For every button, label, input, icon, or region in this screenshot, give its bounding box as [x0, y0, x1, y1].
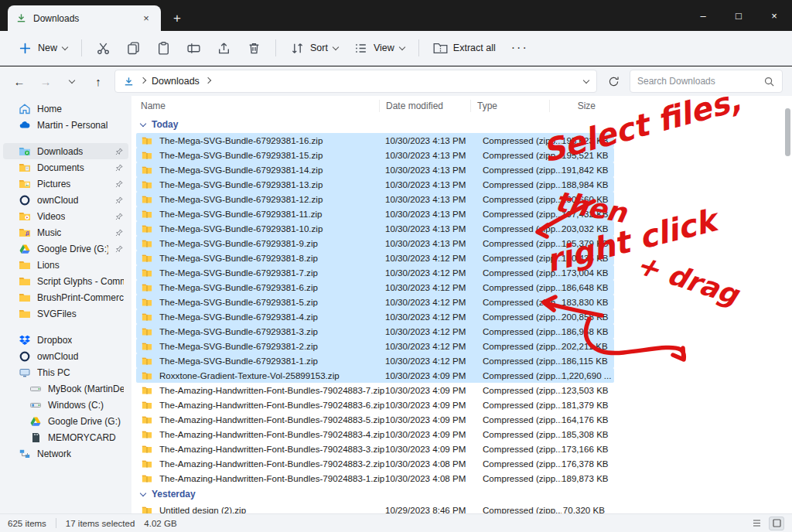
zip-folder-icon	[141, 444, 153, 455]
address-bar[interactable]: Downloads	[114, 70, 597, 93]
rename-button[interactable]	[179, 35, 208, 61]
file-row[interactable]: The-Mega-SVG-Bundle-67929381-4.zip10/30/…	[136, 309, 614, 324]
file-row[interactable]: The-Mega-SVG-Bundle-67929381-3.zip10/30/…	[136, 324, 614, 339]
file-row[interactable]: The-Mega-SVG-Bundle-67929381-10.zip10/30…	[136, 221, 614, 236]
file-date-modified: 10/30/2023 4:08 PM	[385, 459, 483, 469]
file-row[interactable]: The-Amazing-Handwritten-Font-Bundles-790…	[136, 471, 614, 486]
details-view-button[interactable]	[749, 517, 764, 530]
sidebar-item-videos[interactable]: Videos	[3, 208, 128, 224]
column-header-name[interactable]: Name	[141, 100, 385, 112]
chevron-down-icon	[333, 43, 339, 49]
file-date-modified: 10/30/2023 4:12 PM	[385, 253, 483, 263]
new-button[interactable]: New	[11, 35, 74, 61]
forward-button[interactable]: →	[36, 70, 56, 92]
file-row[interactable]: The-Mega-SVG-Bundle-67929381-5.zip10/30/…	[136, 295, 614, 309]
cut-button[interactable]	[89, 35, 118, 61]
maximize-button[interactable]: □	[721, 0, 756, 31]
share-button[interactable]	[210, 35, 238, 61]
folder-icon	[19, 308, 31, 320]
sidebar-item-google-drive-g[interactable]: Google Drive (G:)	[3, 413, 128, 429]
column-header-date-modified[interactable]: Date modified	[379, 100, 476, 112]
sidebar-item-lions[interactable]: Lions	[3, 257, 128, 273]
file-row[interactable]: The-Mega-SVG-Bundle-67929381-8.zip10/30/…	[136, 251, 614, 265]
file-row[interactable]: The-Mega-SVG-Bundle-67929381-13.zip10/30…	[136, 177, 614, 192]
explorer-tab[interactable]: Downloads ×	[8, 5, 161, 31]
large-icons-view-button[interactable]	[769, 517, 784, 530]
file-row[interactable]: The-Amazing-Handwritten-Font-Bundles-790…	[136, 383, 614, 397]
file-row[interactable]: Untitled design (2).zip10/29/2023 8:46 P…	[136, 503, 614, 513]
file-row[interactable]: The-Amazing-Handwritten-Font-Bundles-790…	[136, 442, 614, 456]
minimize-button[interactable]: –	[685, 0, 721, 31]
file-row[interactable]: The-Mega-SVG-Bundle-67929381-11.zip10/30…	[136, 206, 614, 221]
file-type: Compressed (zipp...	[483, 282, 562, 292]
sidebar-item-svgfiles[interactable]: SVGFiles	[3, 305, 128, 322]
column-header-type[interactable]: Type	[470, 100, 549, 112]
search-input[interactable]	[637, 76, 763, 87]
view-button[interactable]: View	[346, 35, 411, 61]
file-row[interactable]: The-Amazing-Handwritten-Font-Bundles-790…	[136, 412, 614, 427]
group-header-today[interactable]: Today	[136, 116, 792, 133]
refresh-button[interactable]	[603, 70, 623, 92]
sidebar-item-network[interactable]: Network	[3, 445, 128, 462]
sidebar-item-downloads[interactable]: Downloads	[3, 143, 128, 159]
file-size: 123,503 KB	[562, 385, 609, 395]
sidebar-item-google-drive-g[interactable]: Google Drive (G:)	[3, 240, 128, 257]
group-header-yesterday[interactable]: Yesterday	[136, 486, 792, 503]
back-button[interactable]: ←	[9, 70, 29, 92]
sidebar-item-dropbox[interactable]: Dropbox	[3, 332, 128, 348]
scrollbar-track[interactable]	[785, 101, 790, 510]
sidebar-item-this-pc[interactable]: This PC	[3, 364, 128, 380]
file-row[interactable]: The-Mega-SVG-Bundle-67929381-14.zip10/30…	[136, 162, 614, 177]
file-row[interactable]: The-Mega-SVG-Bundle-67929381-2.zip10/30/…	[136, 339, 614, 353]
file-name: The-Mega-SVG-Bundle-67929381-16.zip	[159, 135, 385, 145]
file-type: Compressed (zipp...	[483, 238, 562, 248]
more-options-button[interactable]: ···	[504, 35, 535, 61]
pin-icon	[114, 212, 124, 221]
sidebar-item-owncloud[interactable]: ownCloud	[3, 192, 128, 208]
sidebar-item-pictures[interactable]: Pictures	[3, 176, 128, 192]
sidebar-item-documents[interactable]: Documents	[3, 159, 128, 176]
close-button[interactable]: ×	[756, 0, 792, 31]
new-tab-button[interactable]: +	[173, 12, 181, 25]
tab-close-icon[interactable]: ×	[139, 12, 153, 26]
recent-locations-button[interactable]	[62, 70, 82, 92]
file-date-modified: 10/30/2023 4:09 PM	[385, 370, 483, 380]
search-box[interactable]	[630, 70, 783, 93]
file-row[interactable]: The-Mega-SVG-Bundle-67929381-6.zip10/30/…	[136, 280, 614, 295]
sidebar-item-martin-personal[interactable]: Martin - Personal	[3, 117, 128, 133]
file-row[interactable]: The-Mega-SVG-Bundle-67929381-15.zip10/30…	[136, 148, 614, 162]
scrollbar-thumb[interactable]	[785, 108, 790, 156]
copy-button[interactable]	[119, 35, 148, 61]
file-type: Compressed (zipp...	[483, 253, 562, 263]
file-name: The-Mega-SVG-Bundle-67929381-1.zip	[159, 356, 385, 366]
extract-all-button[interactable]: Extract all	[426, 35, 503, 61]
file-row[interactable]: The-Mega-SVG-Bundle-67929381-16.zip10/30…	[136, 133, 614, 148]
paste-button[interactable]	[149, 35, 178, 61]
file-row[interactable]: Roxxtone-Gradient-Texture-Vol-25899153.z…	[136, 368, 614, 383]
sidebar-item-home[interactable]: Home	[3, 101, 128, 117]
file-row[interactable]: The-Amazing-Handwritten-Font-Bundles-790…	[136, 397, 614, 412]
file-row[interactable]: The-Mega-SVG-Bundle-67929381-9.zip10/30/…	[136, 236, 614, 251]
sidebar-item-mybook-martindesktop[interactable]: MyBook (MartinDesktop)	[3, 380, 128, 397]
sidebar-item-script-glyphs-commercia[interactable]: Script Glyphs - Commercia	[3, 273, 128, 289]
file-name: The-Mega-SVG-Bundle-67929381-9.zip	[159, 238, 385, 248]
sidebar-item-music[interactable]: Music	[3, 224, 128, 240]
sidebar-item-memorycard[interactable]: MEMORYCARD	[3, 429, 128, 445]
sidebar-item-windows-c[interactable]: Windows (C:)	[3, 397, 128, 413]
file-row[interactable]: The-Mega-SVG-Bundle-67929381-7.zip10/30/…	[136, 265, 614, 280]
column-header-size[interactable]: Size	[549, 100, 596, 112]
toolbar-separator	[81, 39, 82, 56]
sidebar-item-owncloud[interactable]: ownCloud	[3, 348, 128, 364]
address-dropdown-icon[interactable]	[583, 77, 589, 83]
file-row[interactable]: The-Mega-SVG-Bundle-67929381-12.zip10/30…	[136, 192, 614, 206]
file-row[interactable]: The-Amazing-Handwritten-Font-Bundles-790…	[136, 427, 614, 442]
file-row[interactable]: The-Mega-SVG-Bundle-67929381-1.zip10/30/…	[136, 353, 614, 368]
downloads-tab-icon	[15, 12, 27, 24]
sort-button[interactable]: Sort	[283, 35, 345, 61]
sidebar-item-brushprint-commercial[interactable]: BrushPrint-Commercial	[3, 289, 128, 305]
delete-button[interactable]	[240, 35, 268, 61]
downloads-folder-icon	[123, 76, 135, 87]
breadcrumb[interactable]: Downloads	[152, 76, 200, 87]
file-row[interactable]: The-Amazing-Handwritten-Font-Bundles-790…	[136, 456, 614, 471]
up-button[interactable]: ↑	[88, 70, 108, 92]
